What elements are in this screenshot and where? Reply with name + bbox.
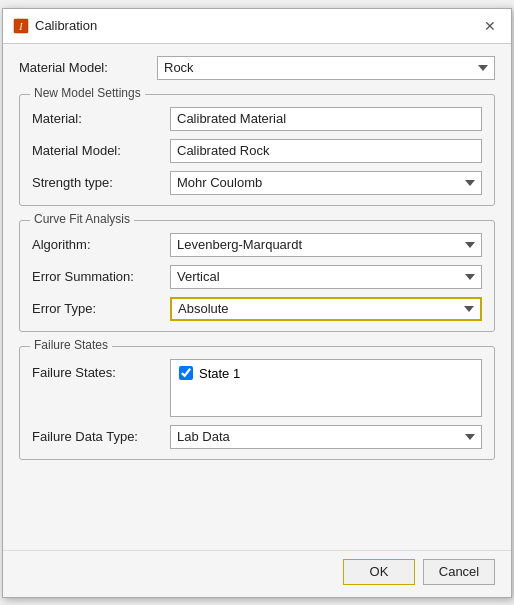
algorithm-label: Algorithm: — [32, 237, 162, 252]
error-type-select[interactable]: Absolute — [170, 297, 482, 321]
failure-states-group: Failure States Failure States: State 1 F… — [19, 346, 495, 460]
strength-select[interactable]: Mohr Coulomb — [170, 171, 482, 195]
curve-fit-group: Curve Fit Analysis Algorithm: Levenberg-… — [19, 220, 495, 332]
fd-row: Failure Data Type: Lab Data — [32, 425, 482, 449]
material-input-control — [170, 107, 482, 131]
titlebar: I Calibration ✕ — [3, 9, 511, 44]
algorithm-select[interactable]: Levenberg-Marquardt — [170, 233, 482, 257]
fs-row: Failure States: State 1 — [32, 359, 482, 417]
state1-checkbox[interactable] — [179, 366, 193, 380]
fd-select[interactable]: Lab Data — [170, 425, 482, 449]
material-model-label: Material Model: — [19, 60, 149, 75]
new-model-settings-rows: Material: Material Model: Strength type: — [32, 107, 482, 195]
failure-state-item: State 1 — [179, 366, 473, 381]
material-model-select[interactable]: Rock — [157, 56, 495, 80]
nm-model-row: Material Model: — [32, 139, 482, 163]
fd-label: Failure Data Type: — [32, 429, 162, 444]
strength-row: Strength type: Mohr Coulomb — [32, 171, 482, 195]
calibration-dialog: I Calibration ✕ Material Model: Rock New… — [2, 8, 512, 598]
error-sum-control: Vertical — [170, 265, 482, 289]
failure-states-box: State 1 — [170, 359, 482, 417]
material-model-row: Material Model: Rock — [19, 56, 495, 80]
error-sum-label: Error Summation: — [32, 269, 162, 284]
curve-fit-legend: Curve Fit Analysis — [30, 212, 134, 226]
new-model-settings-legend: New Model Settings — [30, 86, 145, 100]
error-type-control: Absolute — [170, 297, 482, 321]
error-sum-select[interactable]: Vertical — [170, 265, 482, 289]
failure-states-rows: Failure States: State 1 Failure Data Typ… — [32, 359, 482, 449]
dialog-icon: I — [13, 18, 29, 34]
curve-fit-rows: Algorithm: Levenberg-Marquardt Error Sum… — [32, 233, 482, 321]
nm-model-label: Material Model: — [32, 143, 162, 158]
state1-label: State 1 — [199, 366, 240, 381]
algorithm-control: Levenberg-Marquardt — [170, 233, 482, 257]
cancel-button[interactable]: Cancel — [423, 559, 495, 585]
new-model-settings-group: New Model Settings Material: Material Mo… — [19, 94, 495, 206]
ok-button[interactable]: OK — [343, 559, 415, 585]
dialog-footer: OK Cancel — [3, 550, 511, 597]
svg-text:I: I — [18, 21, 23, 32]
error-sum-row: Error Summation: Vertical — [32, 265, 482, 289]
material-input[interactable] — [170, 107, 482, 131]
material-model-control: Rock — [157, 56, 495, 80]
dialog-body: Material Model: Rock New Model Settings … — [3, 44, 511, 550]
titlebar-left: I Calibration — [13, 18, 97, 34]
nm-model-input[interactable] — [170, 139, 482, 163]
close-button[interactable]: ✕ — [479, 15, 501, 37]
algorithm-row: Algorithm: Levenberg-Marquardt — [32, 233, 482, 257]
error-type-label: Error Type: — [32, 301, 162, 316]
material-row: Material: — [32, 107, 482, 131]
fs-label: Failure States: — [32, 365, 162, 380]
material-label: Material: — [32, 111, 162, 126]
strength-control: Mohr Coulomb — [170, 171, 482, 195]
fd-control: Lab Data — [170, 425, 482, 449]
strength-label: Strength type: — [32, 175, 162, 190]
nm-model-input-control — [170, 139, 482, 163]
dialog-title: Calibration — [35, 18, 97, 33]
error-type-row: Error Type: Absolute — [32, 297, 482, 321]
failure-states-legend: Failure States — [30, 338, 112, 352]
